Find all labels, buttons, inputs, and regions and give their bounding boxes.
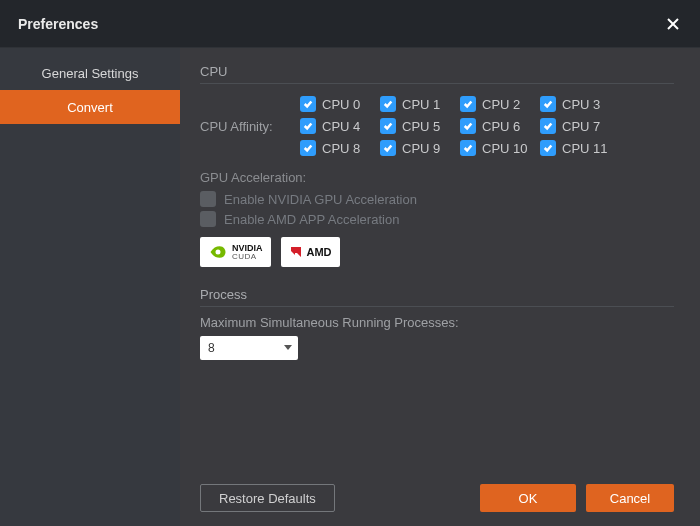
cpu-core-label: CPU 6 <box>482 119 520 134</box>
gpu-nvidia-label: Enable NVIDIA GPU Acceleration <box>224 192 417 207</box>
cpu-core-label: CPU 11 <box>562 141 608 156</box>
checkbox-icon <box>380 118 396 134</box>
sidebar-item-convert[interactable]: Convert <box>0 90 180 124</box>
nvidia-badge[interactable]: NVIDIA CUDA <box>200 237 271 267</box>
cpu-core-label: CPU 8 <box>322 141 360 156</box>
process-section-title: Process <box>200 287 674 307</box>
gpu-section-title: GPU Acceleration: <box>200 170 674 185</box>
cpu-core-5[interactable]: CPU 5 <box>380 118 460 134</box>
cpu-core-label: CPU 1 <box>402 97 440 112</box>
amd-badge[interactable]: AMD <box>281 237 340 267</box>
footer-buttons: Restore Defaults OK Cancel <box>200 484 674 512</box>
close-icon <box>666 17 680 31</box>
chevron-down-icon <box>284 345 292 351</box>
cpu-core-label: CPU 9 <box>402 141 440 156</box>
window-title: Preferences <box>18 16 98 32</box>
cuda-text: CUDA <box>232 253 263 261</box>
amd-text: AMD <box>307 246 332 258</box>
titlebar: Preferences <box>0 0 700 48</box>
cpu-core-6[interactable]: CPU 6 <box>460 118 540 134</box>
process-count-value: 8 <box>208 341 215 355</box>
gpu-amd-option[interactable]: Enable AMD APP Acceleration <box>200 211 674 227</box>
cpu-core-label: CPU 7 <box>562 119 600 134</box>
process-section: Process Maximum Simultaneous Running Pro… <box>200 287 674 360</box>
checkbox-icon <box>380 140 396 156</box>
close-button[interactable] <box>664 15 682 33</box>
cpu-core-label: CPU 3 <box>562 97 600 112</box>
cpu-section-title: CPU <box>200 64 674 84</box>
checkbox-icon <box>380 96 396 112</box>
checkbox-icon <box>300 118 316 134</box>
cpu-core-9[interactable]: CPU 9 <box>380 140 460 156</box>
vendor-badges: NVIDIA CUDA AMD <box>200 237 674 267</box>
checkbox-icon <box>200 211 216 227</box>
cancel-button[interactable]: Cancel <box>586 484 674 512</box>
process-max-label: Maximum Simultaneous Running Processes: <box>200 315 674 330</box>
cpu-core-4[interactable]: CPU 4 <box>300 118 380 134</box>
cpu-core-7[interactable]: CPU 7 <box>540 118 620 134</box>
cpu-core-label: CPU 5 <box>402 119 440 134</box>
cpu-core-1[interactable]: CPU 1 <box>380 96 460 112</box>
cpu-core-3[interactable]: CPU 3 <box>540 96 620 112</box>
checkbox-icon <box>460 96 476 112</box>
checkbox-icon <box>540 118 556 134</box>
gpu-amd-label: Enable AMD APP Acceleration <box>224 212 399 227</box>
ok-button[interactable]: OK <box>480 484 576 512</box>
cpu-core-8[interactable]: CPU 8 <box>300 140 380 156</box>
nvidia-eye-icon <box>208 242 228 262</box>
checkbox-icon <box>460 118 476 134</box>
cpu-core-label: CPU 2 <box>482 97 520 112</box>
cpu-affinity-grid: CPU 0 CPU 1 CPU 2 CPU 3 CPU Affinity: CP… <box>200 90 674 168</box>
cpu-core-label: CPU 4 <box>322 119 360 134</box>
checkbox-icon <box>300 140 316 156</box>
restore-defaults-button[interactable]: Restore Defaults <box>200 484 335 512</box>
cpu-core-11[interactable]: CPU 11 <box>540 140 620 156</box>
process-count-select[interactable]: 8 <box>200 336 298 360</box>
checkbox-icon <box>460 140 476 156</box>
sidebar: General Settings Convert <box>0 48 180 526</box>
checkbox-icon <box>200 191 216 207</box>
main-panel: CPU CPU 0 CPU 1 CPU 2 CPU 3 CPU Affinity… <box>180 48 700 526</box>
checkbox-icon <box>540 96 556 112</box>
gpu-section: GPU Acceleration: Enable NVIDIA GPU Acce… <box>200 168 674 283</box>
content: General Settings Convert CPU CPU 0 CPU 1… <box>0 48 700 526</box>
cpu-core-label: CPU 0 <box>322 97 360 112</box>
cpu-affinity-label: CPU Affinity: <box>200 119 300 134</box>
cpu-core-2[interactable]: CPU 2 <box>460 96 540 112</box>
checkbox-icon <box>540 140 556 156</box>
cpu-core-0[interactable]: CPU 0 <box>300 96 380 112</box>
sidebar-item-general-settings[interactable]: General Settings <box>0 56 180 90</box>
cpu-core-10[interactable]: CPU 10 <box>460 140 540 156</box>
amd-arrow-icon <box>289 245 303 259</box>
gpu-nvidia-option[interactable]: Enable NVIDIA GPU Acceleration <box>200 191 674 207</box>
checkbox-icon <box>300 96 316 112</box>
cpu-core-label: CPU 10 <box>482 141 528 156</box>
